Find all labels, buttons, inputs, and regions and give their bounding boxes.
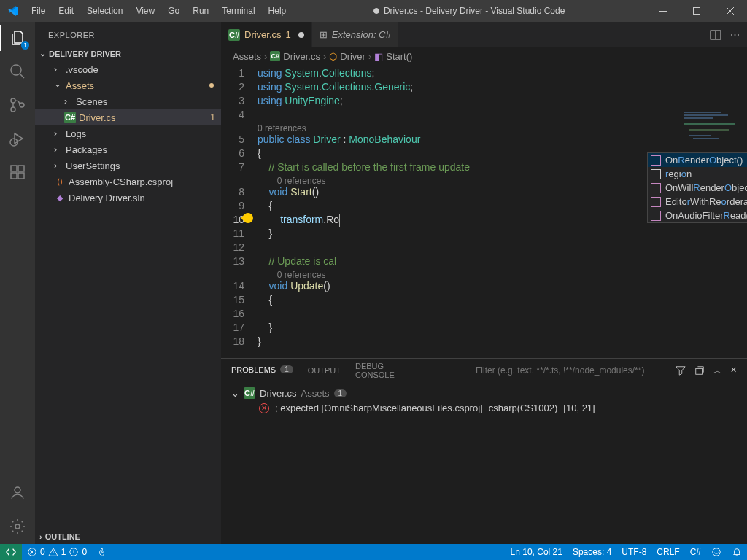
tree-folder-usersettings[interactable]: ›UserSettings <box>35 158 221 174</box>
account-icon[interactable] <box>7 483 28 503</box>
status-spaces[interactable]: Spaces: 4 <box>568 544 616 560</box>
panel-close-icon[interactable]: ✕ <box>730 365 737 376</box>
window-title: Driver.cs - Delivery Driver - Visual Stu… <box>292 6 646 16</box>
modified-dot-icon <box>209 83 214 88</box>
menu-run[interactable]: Run <box>187 3 214 19</box>
sidebar-title: EXPLORER <box>48 31 95 39</box>
menu-bar: File Edit Selection View Go Run Terminal… <box>26 3 292 19</box>
remote-button[interactable] <box>0 544 22 560</box>
svg-rect-10 <box>18 173 24 179</box>
filter-icon[interactable] <box>676 365 686 376</box>
svg-rect-0 <box>659 11 667 12</box>
maximize-button[interactable] <box>680 0 713 22</box>
chevron-right-icon: › <box>39 532 42 541</box>
debug-icon[interactable] <box>7 128 28 149</box>
method-icon <box>651 197 661 207</box>
svg-point-13 <box>15 524 20 529</box>
error-icon: ✕ <box>259 403 269 413</box>
class-icon: ⬡ <box>329 51 337 62</box>
svg-rect-1 <box>694 8 700 15</box>
explorer-icon[interactable]: 1 <box>7 28 28 48</box>
modified-dot-icon <box>298 32 304 38</box>
extension-icon: ⊞ <box>320 29 328 40</box>
problem-count: 1 <box>210 112 215 122</box>
editor-tabs: C# Driver.cs 1 ⊞ Extension: C# ⋯ <box>221 22 747 47</box>
csharp-file-icon: C# <box>64 112 76 123</box>
tree-folder-logs[interactable]: ›Logs <box>35 125 221 141</box>
svg-point-5 <box>20 103 24 107</box>
suggest-item[interactable]: region#region <box>648 167 747 181</box>
problem-file-row[interactable]: ⌄ C# Driver.cs Assets 1 <box>231 385 737 401</box>
csharp-file-icon: C# <box>228 29 240 41</box>
status-encoding[interactable]: UTF-8 <box>616 544 651 560</box>
chevron-down-icon: ⌄ <box>54 79 63 89</box>
status-language[interactable]: C# <box>685 544 706 560</box>
svg-point-3 <box>11 98 15 103</box>
tab-extension[interactable]: ⊞ Extension: C# <box>312 22 399 47</box>
suggest-item[interactable]: OnWillRenderObject()MonoBehaviour OnWill… <box>648 181 747 195</box>
panel-more-icon[interactable]: ⋯ <box>434 366 442 376</box>
panel-tab-problems[interactable]: PROBLEMS1 <box>231 365 293 376</box>
method-icon <box>651 211 661 221</box>
svg-point-2 <box>11 65 21 75</box>
menu-view[interactable]: View <box>130 3 160 19</box>
svg-point-21 <box>713 548 721 556</box>
panel-up-icon[interactable]: ︿ <box>713 365 721 376</box>
project-section[interactable]: ⌄ DELIVERY DRIVER <box>35 47 221 60</box>
tree-file-csproj[interactable]: ⟨⟩Assembly-CSharp.csproj <box>35 174 221 190</box>
activity-bar: 1 <box>0 22 35 544</box>
tree-folder-assets[interactable]: ⌄Assets <box>35 77 221 93</box>
search-icon[interactable] <box>7 61 28 82</box>
svg-point-12 <box>15 487 20 493</box>
menu-file[interactable]: File <box>26 3 51 19</box>
editor-group: C# Driver.cs 1 ⊞ Extension: C# ⋯ Assets›… <box>221 22 747 544</box>
tab-driver[interactable]: C# Driver.cs 1 <box>221 22 312 47</box>
status-eol[interactable]: CRLF <box>651 544 684 560</box>
svg-rect-16 <box>696 368 703 374</box>
settings-icon[interactable] <box>7 516 28 537</box>
method-icon <box>651 183 661 193</box>
breadcrumb[interactable]: Assets› C#Driver.cs› ⬡Driver› ◧Start() <box>221 47 747 65</box>
csharp-file-icon: C# <box>244 387 255 399</box>
scm-icon[interactable] <box>7 95 28 115</box>
close-button[interactable] <box>713 0 747 22</box>
tree-file-sln[interactable]: ◆Delivery Driver.sln <box>35 190 221 206</box>
menu-go[interactable]: Go <box>162 3 185 19</box>
minimize-button[interactable] <box>646 0 680 22</box>
problem-item[interactable]: ✕ ; expected [OmniSharpMiscellaneousFile… <box>231 401 737 415</box>
status-cursor[interactable]: Ln 10, Col 21 <box>506 544 568 560</box>
svg-rect-11 <box>18 166 24 171</box>
menu-selection[interactable]: Selection <box>81 3 128 19</box>
sln-file-icon: ◆ <box>54 192 66 203</box>
csharp-file-icon: C# <box>270 51 280 61</box>
suggest-item[interactable]: EditorWithReorderableListUnity Editor wi… <box>648 195 747 209</box>
suggest-widget[interactable]: OnRenderObject()MonoBehaviour OnRenderOb… <box>647 152 747 223</box>
tree-folder-packages[interactable]: ›Packages <box>35 141 221 158</box>
menu-terminal[interactable]: Terminal <box>216 3 260 19</box>
suggest-item[interactable]: OnAudioFilterRead(float[], in…MonoBehavi… <box>648 209 747 222</box>
panel-tab-debug[interactable]: DEBUG CONSOLE <box>355 362 419 379</box>
gutter: 1234 567 8910111213 1415161718 <box>221 65 258 358</box>
status-problems[interactable]: 0 1 0 <box>22 544 92 560</box>
code-editor[interactable]: 1234 567 8910111213 1415161718 using Sys… <box>221 65 747 358</box>
outline-section[interactable]: › OUTLINE <box>35 529 221 544</box>
sidebar-more-icon[interactable]: ⋯ <box>206 30 214 39</box>
more-actions-icon[interactable]: ⋯ <box>730 29 740 41</box>
tree-file-driver[interactable]: C#Driver.cs1 <box>35 109 221 125</box>
panel-tab-output[interactable]: OUTPUT <box>308 366 341 375</box>
status-feedback-icon[interactable] <box>706 544 727 560</box>
collapse-all-icon[interactable] <box>694 365 705 376</box>
menu-help[interactable]: Help <box>263 3 293 19</box>
extensions-icon[interactable] <box>7 162 28 182</box>
status-flame-icon[interactable] <box>92 544 112 560</box>
svg-rect-9 <box>11 173 17 179</box>
status-bell-icon[interactable] <box>727 544 747 560</box>
split-editor-icon[interactable] <box>710 29 721 41</box>
menu-edit[interactable]: Edit <box>53 3 80 19</box>
tree-folder-scenes[interactable]: ›Scenes <box>35 93 221 109</box>
sidebar: EXPLORER ⋯ ⌄ DELIVERY DRIVER ›.vscode ⌄A… <box>35 22 221 544</box>
tree-folder-vscode[interactable]: ›.vscode <box>35 61 221 77</box>
filter-input[interactable] <box>471 363 661 378</box>
explorer-badge: 1 <box>21 41 29 50</box>
suggest-item[interactable]: OnRenderObject()MonoBehaviour OnRenderOb… <box>648 153 747 167</box>
